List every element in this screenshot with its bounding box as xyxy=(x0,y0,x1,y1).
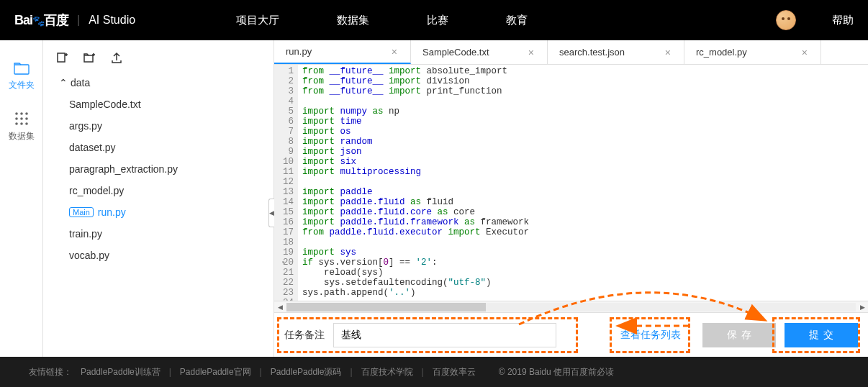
submit-button[interactable]: 提交 xyxy=(785,323,858,347)
footer-link-0[interactable]: PaddlePaddle训练营 xyxy=(81,366,161,378)
studio-label: AI Studio xyxy=(89,14,135,27)
footer-link-4[interactable]: 百度效率云 xyxy=(433,366,476,378)
rail-files-label: 文件夹 xyxy=(9,79,35,91)
upload-icon[interactable] xyxy=(111,52,122,63)
footer-copyright: © 2019 Baidu 使用百度前必读 xyxy=(499,366,614,378)
action-bar: 任务备注 查看任务列表 保存 提交 xyxy=(274,312,868,357)
close-icon[interactable]: × xyxy=(800,47,809,58)
folder-data[interactable]: ⌃data xyxy=(52,72,273,94)
main-badge: Main xyxy=(69,207,94,217)
header-right: 帮助 xyxy=(776,10,854,30)
svg-point-7 xyxy=(15,122,18,125)
editor-panel: ◀ run.py× SampleCode.txt× search.test.js… xyxy=(273,40,868,357)
nav-competitions[interactable]: 比赛 xyxy=(427,14,448,27)
tab-run[interactable]: run.py× xyxy=(274,40,411,64)
footer: 友情链接： PaddlePaddle训练营| PaddlePaddle官网| P… xyxy=(0,357,868,387)
hscroll[interactable]: ◀ ▶ xyxy=(274,301,868,312)
file-run-label: run.py xyxy=(98,206,126,218)
file-samplecode[interactable]: SampleCode.txt xyxy=(62,94,273,115)
editor-tabs: run.py× SampleCode.txt× search.test.json… xyxy=(274,40,868,65)
file-rcmodel[interactable]: rc_model.py xyxy=(62,180,273,201)
file-vocab[interactable]: vocab.py xyxy=(62,245,273,266)
svg-point-6 xyxy=(25,117,28,120)
svg-rect-0 xyxy=(14,65,29,74)
left-rail: 文件夹 数据集 xyxy=(0,40,43,357)
tab-search[interactable]: search.test.json× xyxy=(548,40,684,64)
file-paragraph[interactable]: paragraph_extraction.py xyxy=(62,158,273,180)
nav: 项目大厅 数据集 比赛 教育 xyxy=(236,14,528,27)
footer-link-2[interactable]: PaddlePaddle源码 xyxy=(271,366,342,378)
header: Bai🐾百度 | AI Studio 项目大厅 数据集 比赛 教育 帮助 xyxy=(0,0,868,40)
file-panel: ⌃data SampleCode.txt args.py dataset.py … xyxy=(43,40,273,357)
svg-point-1 xyxy=(15,112,18,115)
svg-point-3 xyxy=(25,112,28,115)
scroll-track[interactable] xyxy=(286,303,856,311)
logo[interactable]: Bai🐾百度 | AI Studio xyxy=(14,12,135,29)
nav-datasets[interactable]: 数据集 xyxy=(337,14,369,27)
svg-point-4 xyxy=(15,117,18,120)
footer-link-1[interactable]: PaddlePaddle官网 xyxy=(180,366,251,378)
svg-point-9 xyxy=(25,122,28,125)
chevron-down-icon: ⌃ xyxy=(59,77,66,88)
scroll-thumb[interactable] xyxy=(286,303,486,311)
scroll-left-icon[interactable]: ◀ xyxy=(274,304,286,311)
close-icon[interactable]: × xyxy=(664,47,672,58)
view-tasks-link[interactable]: 查看任务列表 xyxy=(620,329,681,342)
file-args[interactable]: args.py xyxy=(62,115,273,137)
svg-rect-10 xyxy=(58,53,65,62)
avatar[interactable] xyxy=(776,10,796,30)
tab-rcmodel[interactable]: rc_model.py× xyxy=(684,40,821,64)
new-folder-icon[interactable] xyxy=(83,52,95,63)
file-toolbar xyxy=(43,47,273,72)
logo-divider: | xyxy=(77,14,80,27)
close-icon[interactable]: × xyxy=(527,47,535,58)
gutter: 123456789101112131415161718192021222324 xyxy=(274,65,298,301)
task-note-input[interactable] xyxy=(333,323,556,347)
tab-label: run.py xyxy=(286,46,312,57)
nav-education[interactable]: 教育 xyxy=(506,14,528,27)
svg-point-8 xyxy=(20,122,23,125)
main: 文件夹 数据集 ⌃data SampleCode.txt args.py dat… xyxy=(0,40,868,357)
tab-label: rc_model.py xyxy=(696,47,747,58)
collapse-handle[interactable]: ◀ xyxy=(268,199,274,227)
rail-dataset-label: 数据集 xyxy=(9,130,35,142)
baidu-text: Bai🐾百度 xyxy=(14,12,68,29)
help-link[interactable]: 帮助 xyxy=(832,14,854,27)
tab-label: search.test.json xyxy=(559,47,625,58)
new-file-icon[interactable] xyxy=(56,52,68,63)
footer-link-3[interactable]: 百度技术学院 xyxy=(361,366,413,378)
code-lines[interactable]: from __future__ import absolute_importfr… xyxy=(298,65,868,301)
nav-projects[interactable]: 项目大厅 xyxy=(236,14,279,27)
file-tree: ⌃data SampleCode.txt args.py dataset.py … xyxy=(43,72,273,266)
rail-files[interactable]: 文件夹 xyxy=(0,55,42,104)
scroll-right-icon[interactable]: ▶ xyxy=(856,304,868,311)
folder-icon xyxy=(14,62,30,75)
svg-point-5 xyxy=(20,117,23,120)
grid-icon xyxy=(14,111,29,126)
close-icon[interactable]: × xyxy=(390,46,399,58)
rail-dataset[interactable]: 数据集 xyxy=(0,104,42,155)
footer-label: 友情链接： xyxy=(29,366,72,378)
save-button[interactable]: 保存 xyxy=(702,323,776,347)
svg-rect-13 xyxy=(84,55,93,62)
tab-label: SampleCode.txt xyxy=(422,47,489,58)
file-run[interactable]: Mainrun.py xyxy=(62,201,273,223)
tab-samplecode[interactable]: SampleCode.txt× xyxy=(411,40,548,64)
folder-label: data xyxy=(71,77,90,88)
code-editor[interactable]: 123456789101112131415161718192021222324 … xyxy=(274,65,868,301)
svg-point-2 xyxy=(20,112,23,115)
file-train[interactable]: train.py xyxy=(62,223,273,245)
file-dataset[interactable]: dataset.py xyxy=(62,137,273,158)
task-note-label: 任务备注 xyxy=(284,329,325,342)
